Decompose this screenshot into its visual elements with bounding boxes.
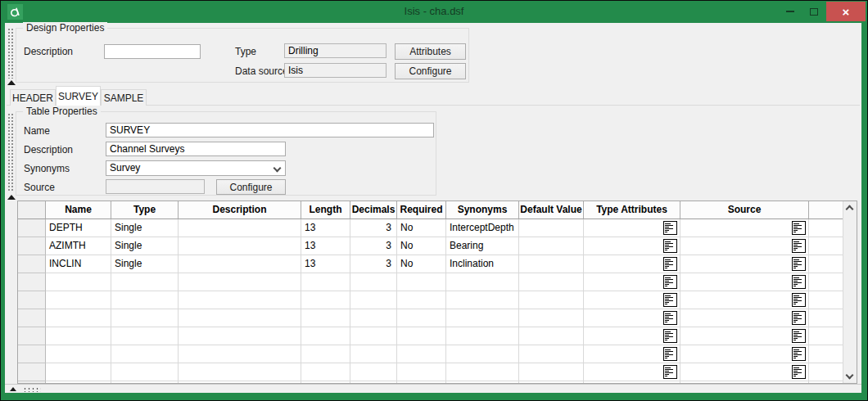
grid-cell[interactable]	[179, 309, 301, 327]
grid-cell[interactable]	[301, 309, 350, 327]
grid-cell[interactable]	[584, 381, 680, 383]
grid-column-header[interactable]: Source	[680, 201, 809, 219]
grid-cell[interactable]	[46, 309, 111, 327]
design-description-input[interactable]	[104, 44, 201, 59]
grid-cell[interactable]	[46, 291, 111, 309]
grid-cell[interactable]	[519, 255, 584, 273]
vertical-scrollbar[interactable]	[843, 201, 857, 383]
grid-cell[interactable]	[179, 273, 301, 291]
notes-icon[interactable]	[792, 275, 806, 289]
grid-cell[interactable]	[519, 327, 584, 345]
grid-cell[interactable]	[111, 309, 179, 327]
grid-cell[interactable]	[301, 273, 350, 291]
grid-cell[interactable]	[519, 363, 584, 381]
grid-cell[interactable]	[46, 273, 111, 291]
grid-cell[interactable]	[301, 363, 350, 381]
notes-icon[interactable]	[663, 221, 677, 235]
attributes-button[interactable]: Attributes	[395, 43, 466, 60]
grid-column-header[interactable]: Type	[111, 201, 179, 219]
grid-cell[interactable]	[446, 345, 519, 363]
notes-icon[interactable]	[663, 257, 677, 271]
grid-cell[interactable]	[350, 381, 397, 383]
row-selector[interactable]	[18, 363, 46, 381]
notes-icon[interactable]	[792, 293, 806, 307]
grid-cell[interactable]	[446, 381, 519, 383]
grid-cell[interactable]	[301, 327, 350, 345]
tab-header[interactable]: HEADER	[10, 89, 56, 106]
splitter-collapse-icon[interactable]	[10, 387, 16, 391]
grid-cell[interactable]	[680, 273, 809, 291]
grid-cell[interactable]	[584, 273, 680, 291]
grid-cell[interactable]	[680, 291, 809, 309]
grid-cell[interactable]	[519, 237, 584, 255]
table-name-input[interactable]	[106, 123, 434, 137]
grid-cell[interactable]	[680, 219, 809, 237]
grid-cell[interactable]	[680, 309, 809, 327]
grid-cell[interactable]	[179, 363, 301, 381]
grid-cell[interactable]: 3	[350, 219, 397, 237]
grid-column-header[interactable]: Description	[179, 201, 301, 219]
grid-cell[interactable]	[446, 363, 519, 381]
grid-cell[interactable]	[680, 381, 809, 383]
notes-icon[interactable]	[663, 275, 677, 289]
grid-cell[interactable]	[519, 381, 584, 383]
grid-cell[interactable]: DEPTH	[46, 219, 111, 237]
minimize-button[interactable]	[778, 2, 802, 21]
grid-cell[interactable]: AZIMTH	[46, 237, 111, 255]
grid-section-collapse-icon[interactable]	[7, 195, 16, 200]
grid-cell[interactable]	[584, 327, 680, 345]
grid-cell[interactable]	[680, 363, 809, 381]
maximize-button[interactable]	[802, 2, 825, 21]
grid-cell[interactable]	[584, 291, 680, 309]
row-selector[interactable]	[18, 345, 46, 363]
row-selector[interactable]	[18, 255, 46, 273]
row-selector[interactable]	[18, 237, 46, 255]
design-configure-button[interactable]: Configure	[395, 63, 466, 79]
grid-cell[interactable]	[179, 291, 301, 309]
notes-icon[interactable]	[663, 329, 677, 343]
notes-icon[interactable]	[663, 293, 677, 307]
grid-corner-cell[interactable]	[18, 201, 46, 219]
grid-cell[interactable]	[680, 237, 809, 255]
grid-cell[interactable]	[46, 345, 111, 363]
grid-cell[interactable]	[397, 327, 446, 345]
notes-icon[interactable]	[792, 329, 806, 343]
notes-icon[interactable]	[792, 311, 806, 325]
grid-cell[interactable]: 13	[301, 255, 350, 273]
grid-column-header[interactable]: Length	[301, 201, 350, 219]
tab-survey[interactable]: SURVEY	[56, 86, 101, 106]
grid-cell[interactable]	[350, 309, 397, 327]
grid-cell[interactable]	[301, 291, 350, 309]
grid-cell[interactable]	[179, 219, 301, 237]
row-selector[interactable]	[18, 309, 46, 327]
scroll-down-icon[interactable]	[846, 372, 854, 380]
grid-cell[interactable]	[519, 291, 584, 309]
row-selector[interactable]	[18, 273, 46, 291]
grid-cell[interactable]	[46, 327, 111, 345]
grid-cell[interactable]	[584, 363, 680, 381]
table-description-input[interactable]	[106, 142, 286, 156]
grid-column-header[interactable]: Decimals	[350, 201, 397, 219]
table-section-grip[interactable]	[7, 113, 13, 191]
grid-cell[interactable]: No	[397, 219, 446, 237]
grid-cell[interactable]: Bearing	[446, 237, 519, 255]
grid-cell[interactable]	[179, 327, 301, 345]
grid-cell[interactable]	[179, 345, 301, 363]
grid-cell[interactable]	[397, 273, 446, 291]
grid-cell[interactable]	[350, 273, 397, 291]
grid-cell[interactable]: Single	[111, 237, 179, 255]
grid-column-header[interactable]: Required	[397, 201, 446, 219]
grid-cell[interactable]	[301, 345, 350, 363]
grid-cell[interactable]: 13	[301, 219, 350, 237]
design-section-collapse-icon[interactable]	[7, 80, 16, 85]
notes-icon[interactable]	[792, 221, 806, 235]
row-selector[interactable]	[18, 381, 46, 383]
grid-cell[interactable]	[179, 381, 301, 383]
grid-cell[interactable]	[350, 345, 397, 363]
grid-cell[interactable]: Inclination	[446, 255, 519, 273]
grid-cell[interactable]	[350, 363, 397, 381]
grid-cell[interactable]	[111, 363, 179, 381]
notes-icon[interactable]	[663, 365, 677, 379]
row-selector[interactable]	[18, 219, 46, 237]
grid-cell[interactable]	[446, 327, 519, 345]
